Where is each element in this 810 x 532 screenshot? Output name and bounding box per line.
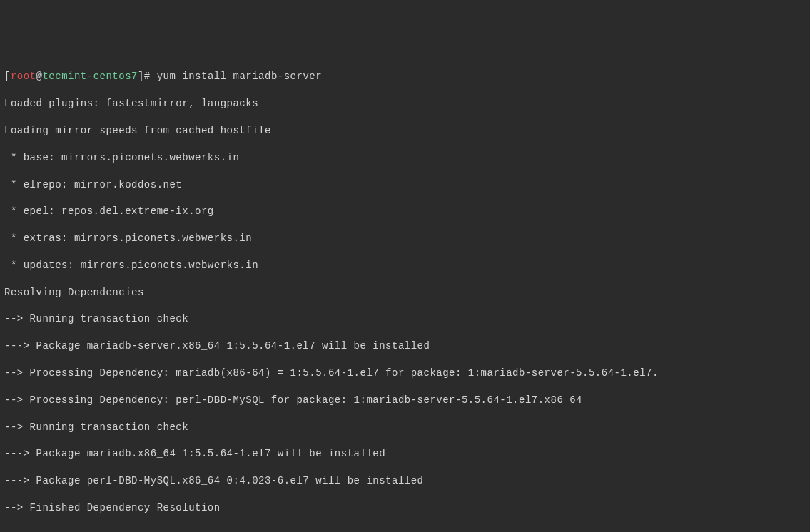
output-line: ---> Package mariadb-server.x86_64 1:5.5… xyxy=(4,339,806,353)
prompt-host: tecmint-centos7 xyxy=(42,71,138,82)
output-line: * extras: mirrors.piconets.webwerks.in xyxy=(4,232,806,245)
command-text: yum install mariadb-server xyxy=(157,71,322,82)
output-line: --> Running transaction check xyxy=(4,421,806,434)
output-line: * elrepo: mirror.koddos.net xyxy=(4,178,806,192)
output-line: --> Processing Dependency: mariadb(x86-6… xyxy=(4,367,806,380)
prompt-line[interactable]: [root@tecmint-centos7]# yum install mari… xyxy=(4,70,806,83)
output-line: * epel: repos.del.extreme-ix.org xyxy=(4,205,806,218)
output-line: --> Processing Dependency: perl-DBD-MySQ… xyxy=(4,394,806,407)
bracket-open: [ xyxy=(4,71,11,82)
output-line: ---> Package perl-DBD-MySQL.x86_64 0:4.0… xyxy=(4,474,806,488)
output-line: * updates: mirrors.piconets.webwerks.in xyxy=(4,259,806,272)
prompt-user: root xyxy=(11,71,36,82)
bracket-close: ]# xyxy=(138,71,157,82)
output-line: Loaded plugins: fastestmirror, langpacks xyxy=(4,97,806,111)
output-line: * base: mirrors.piconets.webwerks.in xyxy=(4,151,806,165)
output-line: ---> Package mariadb.x86_64 1:5.5.64-1.e… xyxy=(4,447,806,461)
terminal-output: [root@tecmint-centos7]# yum install mari… xyxy=(4,57,806,532)
output-line: Resolving Dependencies xyxy=(4,286,806,300)
output-line: --> Running transaction check xyxy=(4,312,806,326)
output-line: Loading mirror speeds from cached hostfi… xyxy=(4,124,806,138)
output-line: --> Finished Dependency Resolution xyxy=(4,501,806,515)
